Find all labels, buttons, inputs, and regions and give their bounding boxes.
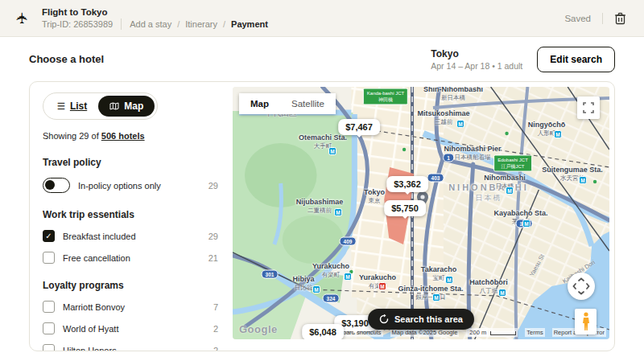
station-badge: M [334, 208, 342, 216]
map-icon [109, 101, 119, 111]
filter-count: 2 [213, 346, 218, 352]
hotels-count-link[interactable]: 506 hotels [101, 131, 145, 141]
pan-control[interactable] [568, 273, 595, 300]
trash-icon[interactable] [614, 12, 626, 25]
fullscreen-icon [583, 102, 594, 113]
essentials-heading: Work trip essentials [43, 209, 218, 220]
price-pin[interactable]: $3,362 [386, 176, 428, 192]
filters-panel: ☰ List Map Showing 29 of 506 hotels Trav… [30, 82, 233, 351]
route-shield: 1 [443, 154, 454, 162]
search-this-area-button[interactable]: Search this area [368, 309, 474, 330]
station-badge: M [378, 282, 386, 290]
trip-title: Flight to Tokyo [42, 7, 268, 17]
loyalty-list: Marriott Bonvoy7World of Hyatt2Hilton Ho… [43, 301, 218, 351]
checkbox-icon[interactable] [43, 344, 55, 351]
station-badge: M [432, 293, 440, 302]
junction-sign-line: 神田橋 [367, 96, 404, 103]
filter-label: Hilton Honors [63, 346, 205, 352]
top-bar: ✈ Flight to Tokyo Trip-ID: 26853989 Add … [0, 0, 644, 37]
refresh-icon [379, 314, 389, 324]
route-shield: 324 [323, 294, 340, 303]
list-view-button[interactable]: ☰ List [46, 96, 98, 117]
filter-row[interactable]: Breakfast included29 [43, 230, 218, 242]
search-summary: Tokyo Apr 14 – Apr 18 • 1 adult [431, 48, 522, 71]
junction-sign-line: Kanda-bashi JCT [367, 91, 404, 97]
policy-toggle[interactable] [43, 178, 70, 193]
filter-row[interactable]: Hilton Honors2 [43, 344, 218, 351]
filter-label: Free cancellation [63, 253, 200, 263]
edit-search-button[interactable]: Edit search [537, 47, 615, 72]
pan-arrows-icon [572, 277, 590, 295]
junction-sign-line: 江戸橋JCT [497, 163, 528, 170]
route-shield: 403 [427, 174, 444, 183]
essentials-list: Breakfast included29Free cancellation21 [43, 230, 218, 264]
route-shield: 409 [340, 237, 357, 246]
breadcrumb-separator: / [177, 19, 180, 29]
page-header: Choose a hotel Tokyo Apr 14 – Apr 18 • 1… [0, 37, 644, 81]
filter-row[interactable]: World of Hyatt2 [43, 322, 218, 334]
divider [121, 18, 122, 30]
search-dates: Apr 14 – Apr 18 • 1 adult [431, 61, 522, 71]
station-badge: M [579, 176, 587, 184]
breadcrumb: Add a stay/Itinerary/Payment [130, 19, 268, 29]
checkbox-icon[interactable] [43, 301, 55, 313]
filter-count: 7 [213, 302, 218, 312]
pegman-icon [581, 312, 591, 331]
in-policy-toggle-row[interactable]: In-policy options only 29 [43, 178, 218, 193]
map-type-map[interactable]: Map [239, 93, 280, 114]
map-view-button[interactable]: Map [98, 96, 155, 117]
saved-status: Saved [564, 14, 591, 23]
airplane-icon: ✈ [14, 12, 30, 25]
map-scale: 200 m [466, 328, 518, 337]
junction-sign: Kanda-bashi JCT神田橋 [363, 88, 408, 105]
price-pin[interactable]: $6,048 [302, 324, 344, 339]
terms-link[interactable]: Terms [525, 328, 544, 337]
station-badge: M [522, 219, 530, 228]
divider [602, 13, 603, 24]
page-title: Choose a hotel [29, 53, 104, 65]
fullscreen-button[interactable] [577, 96, 600, 119]
filter-row[interactable]: Marriott Bonvoy7 [43, 301, 218, 313]
map-type-satellite[interactable]: Satellite [280, 93, 336, 114]
filter-count: 29 [208, 232, 218, 241]
station-badge: M [456, 120, 464, 128]
filter-row[interactable]: Free cancellation21 [43, 252, 218, 264]
station-badge: M [328, 147, 336, 155]
results-count: Showing 29 of 506 hotels [43, 131, 218, 141]
junction-sign: Edobashi JCT江戸橋JCT [493, 155, 532, 172]
station-badge: M [498, 289, 506, 297]
breadcrumb-item-itinerary[interactable]: Itinerary [185, 19, 217, 29]
list-icon: ☰ [57, 101, 65, 112]
pegman-control[interactable] [575, 309, 597, 334]
station-badge: M [445, 276, 453, 284]
station-badge: M [344, 273, 352, 281]
breadcrumb-separator: / [223, 19, 225, 29]
checkbox-icon[interactable] [43, 230, 55, 242]
checkbox-icon[interactable] [43, 252, 55, 264]
price-pin[interactable]: $7,467 [338, 119, 380, 135]
filter-count: 21 [208, 253, 218, 263]
filter-count: 2 [213, 324, 218, 334]
trip-id: Trip-ID: 26853989 [42, 19, 113, 29]
travel-policy-heading: Travel policy [43, 157, 218, 168]
filter-label: Marriott Bonvoy [63, 302, 205, 312]
trip-meta: Flight to Tokyo Trip-ID: 26853989 Add a … [42, 7, 268, 30]
search-location: Tokyo [431, 48, 522, 59]
google-logo: Google [239, 323, 278, 335]
station-badge: M [554, 130, 562, 138]
price-pin[interactable]: $5,750 [384, 200, 426, 216]
station-badge: M [506, 187, 514, 195]
station-badge: M [312, 285, 320, 293]
junction-sign-line: Edobashi JCT [497, 158, 528, 164]
route-shield: 301 [262, 270, 279, 279]
map-container[interactable]: Chiyoda City千代田区NIHONBASHI日本橋GINZAOtemac… [233, 87, 609, 339]
results-card: ☰ List Map Showing 29 of 506 hotels Trav… [29, 81, 615, 351]
loyalty-heading: Loyalty programs [43, 280, 218, 291]
breadcrumb-item-payment[interactable]: Payment [231, 19, 268, 29]
filter-label: World of Hyatt [63, 324, 205, 334]
checkbox-icon[interactable] [43, 322, 55, 334]
filter-label: Breakfast included [63, 232, 200, 241]
view-toggle: ☰ List Map [43, 92, 158, 120]
breadcrumb-item-add-a-stay[interactable]: Add a stay [130, 19, 171, 29]
map-type-control: Map Satellite [239, 93, 336, 114]
